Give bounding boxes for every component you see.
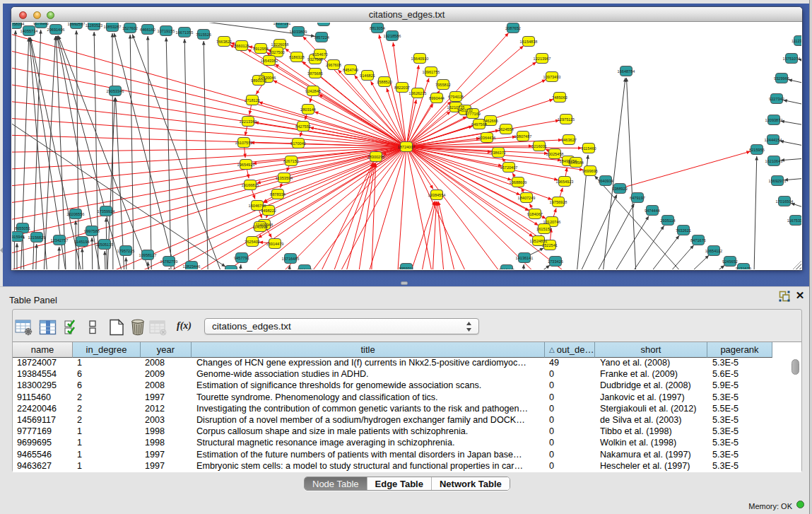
graph-node-label: 1640934 [598, 179, 613, 183]
tab-node-table[interactable]: Node Table [305, 477, 367, 490]
graph-node-label: 20855327 [315, 23, 333, 23]
cell-year: 2008 [145, 380, 190, 392]
cell-pagerank: 5.3E-5 [712, 426, 771, 438]
graph-node-label: 2154670 [312, 52, 328, 57]
graph-edge [115, 98, 126, 269]
graph-edge [12, 64, 406, 147]
graph-node-label: 10688609 [510, 180, 527, 185]
window-resize-grip[interactable] [793, 261, 801, 269]
table-row[interactable]: 1830029562008Estimation of significance … [13, 380, 801, 392]
graph-node-label: 12505135 [96, 243, 114, 247]
graph-node-label: 11675333 [787, 218, 801, 223]
cell-name: 9699695 [17, 438, 71, 449]
table-row[interactable]: 911546021997Tourette syndrome. Phenomeno… [13, 392, 801, 404]
graph-node-label: 20364436 [478, 136, 496, 140]
graph-node-label: 7632621 [676, 228, 691, 233]
column-header-name[interactable]: name [13, 342, 73, 358]
graph-node-label: 2803144 [300, 107, 316, 112]
delete-table-disabled-icon[interactable] [149, 319, 167, 336]
graph-edge [599, 78, 625, 269]
delete-trash-icon[interactable] [129, 319, 147, 336]
cell-short: Dudbridge et al. (2008) [600, 380, 706, 392]
close-panel-icon[interactable]: ✕ [794, 290, 806, 301]
graph-node-label: 10992597 [68, 23, 86, 26]
graph-node-label: 7663822 [216, 40, 232, 44]
table-settings-icon[interactable] [15, 319, 33, 336]
graph-node-label: 12093872 [765, 118, 783, 122]
column-header-short[interactable]: short [595, 342, 707, 358]
citation-network-graph[interactable]: 1205839414055714957898520691406109925971… [12, 23, 801, 269]
table-row[interactable]: 1872400712008Changes of HCN gene express… [13, 358, 801, 369]
merge-icon[interactable] [84, 319, 102, 336]
graph-node-label: 2967608 [326, 63, 341, 67]
column-header-out_de[interactable]: △out_de… [545, 342, 595, 358]
graph-node-label: 3915945 [12, 235, 25, 239]
splitpane-collapse-arrow-icon[interactable] [0, 245, 3, 255]
float-panel-icon[interactable] [779, 291, 790, 302]
graph-edge [114, 33, 184, 269]
new-document-icon[interactable] [107, 319, 126, 336]
cell-short: Jankovic et al. (1997) [600, 392, 706, 404]
table-row[interactable]: 1938455462009Genome-wide association stu… [13, 369, 801, 380]
graph-node-label: 7857224 [314, 35, 329, 40]
table-source-dropdown[interactable]: citations_edges.txt [204, 318, 479, 334]
graph-node-label: 19654925 [237, 163, 255, 167]
graph-node-label: 8186328 [289, 55, 305, 59]
table-row[interactable]: 2242004622012Investigating the contribut… [13, 404, 801, 415]
graph-node-label: 9184067 [527, 212, 543, 216]
cell-in_degree: 2 [77, 392, 139, 404]
graph-edge [166, 37, 172, 269]
table-row[interactable]: 946554611997Estimation of the future num… [13, 450, 801, 461]
graph-edge [319, 94, 406, 146]
column-header-in_degree[interactable]: in_degree [73, 342, 141, 358]
graph-node-label: 17359924 [98, 209, 115, 214]
column-header-pagerank[interactable]: pagerank [707, 342, 772, 358]
network-window-titlebar[interactable]: citations_edges.txt [11, 7, 802, 22]
graph-node-label: 1527602 [122, 26, 138, 30]
column-visibility-icon[interactable] [39, 319, 57, 336]
graph-node-label: 11123454 [792, 39, 801, 43]
table-row[interactable]: 1456911722003Disruption of a novel membe… [13, 415, 801, 426]
cell-out_de: 0 [549, 415, 594, 426]
function-builder-icon[interactable]: f(x) [177, 319, 195, 336]
graph-node-label: 10958127 [139, 253, 157, 257]
graph-node-label: 20206556 [67, 212, 85, 216]
cell-title: Embryonic stem cells: a model to study s… [196, 461, 543, 472]
scrollbar-thumb[interactable] [792, 359, 799, 375]
graph-edge [12, 47, 406, 147]
tab-edge-table[interactable]: Edge Table [367, 477, 432, 490]
graph-edge [406, 147, 552, 200]
column-header-year[interactable]: year [141, 342, 192, 358]
graph-edge [438, 201, 462, 269]
network-window-title: citations_edges.txt [11, 9, 802, 20]
memory-status-indicator-icon [796, 501, 804, 508]
cell-in_degree: 1 [77, 358, 139, 369]
cell-short: Tibbo et al. (1998) [600, 426, 706, 438]
graph-node-label: 1733426 [548, 259, 563, 264]
graph-node-label: 15716485 [282, 257, 300, 261]
table-vertical-scrollbar[interactable] [791, 359, 800, 471]
cell-in_degree: 2 [77, 415, 139, 426]
row-select-icon[interactable] [64, 319, 82, 336]
graph-node-label: 8822037 [394, 86, 410, 90]
graph-node-label: 8660125 [234, 44, 249, 48]
network-canvas[interactable]: 1205839414055714957898520691406109925971… [12, 23, 801, 269]
table-row[interactable]: 946362711997Embryonic stem cells: a mode… [13, 461, 801, 472]
graph-node-label: 12975115 [558, 117, 575, 122]
split-pane-handle[interactable] [401, 281, 408, 285]
graph-node-label: 12342757 [51, 238, 69, 243]
attribute-table[interactable]: namein_degreeyeartitle△out_de…shortpager… [13, 341, 801, 472]
tab-network-table[interactable]: Network Table [432, 477, 510, 490]
table-row[interactable]: 969969511998Structural magnetic resonanc… [13, 438, 801, 449]
cell-in_degree: 1 [77, 438, 139, 449]
graph-node-label: 8990444 [429, 96, 445, 100]
cell-short: Stergiakouli et al. (2012) [600, 404, 706, 415]
memory-status-label: Memory: OK [748, 502, 792, 510]
graph-node-label: 9777169 [465, 112, 481, 116]
column-header-title[interactable]: title [192, 342, 545, 358]
graph-node-label: 17016504 [776, 199, 794, 204]
graph-node[interactable] [318, 23, 330, 26]
table-row[interactable]: 977716911998Corpus callosum shape and si… [13, 426, 801, 438]
graph-node-label: 1588520 [377, 80, 392, 84]
status-bar: Memory: OK [0, 497, 812, 514]
